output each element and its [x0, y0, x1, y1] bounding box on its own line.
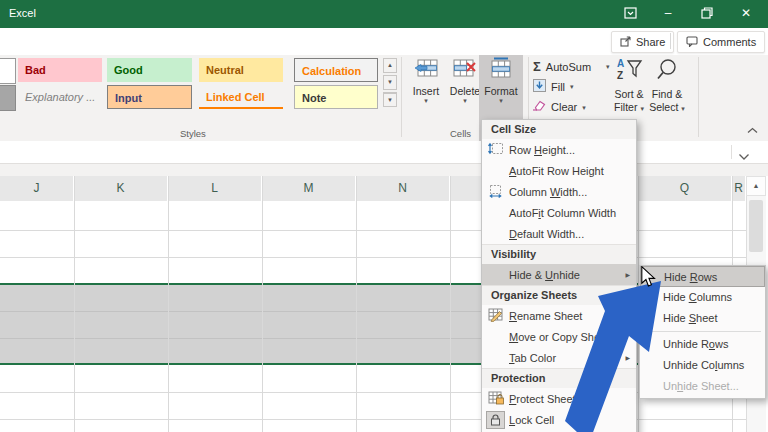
scrollbar-thumb[interactable]: [749, 200, 763, 252]
title-bar: Excel – ✕: [0, 0, 768, 28]
sort-filter-icon: A Z: [610, 57, 648, 88]
menu-item-move-copy-sheet[interactable]: Move or Copy Sheet...: [482, 326, 636, 347]
column-header-q[interactable]: Q: [638, 176, 732, 201]
hide-unhide-submenu: Hide Rows Hide Columns Hide Sheet Unhide…: [639, 265, 766, 399]
find-select-label-1: Find &: [652, 88, 682, 100]
find-select-icon: [648, 57, 686, 88]
clear-caret-icon: ▾: [582, 104, 586, 111]
autosum-sigma-icon: Σ: [533, 59, 541, 74]
share-label: Share: [636, 36, 665, 48]
menu-item-default-width[interactable]: Default Width...: [482, 223, 636, 244]
expand-formula-bar-icon[interactable]: [738, 147, 750, 165]
collapse-ribbon-icon[interactable]: [747, 120, 758, 138]
scroll-up-button[interactable]: ▲: [746, 176, 766, 196]
restore-button[interactable]: [697, 7, 717, 23]
gridline: [450, 176, 451, 432]
menu-item-lock-cell[interactable]: Lock Cell: [482, 409, 636, 430]
gridline: [168, 176, 169, 432]
submenu-item-unhide-rows[interactable]: Unhide Rows: [640, 334, 765, 355]
gallery-more-button[interactable]: ▼: [383, 92, 397, 107]
menu-item-column-width[interactable]: Column Width...: [482, 181, 636, 202]
menu-item-rename-sheet[interactable]: Rename Sheet: [482, 305, 636, 326]
style-note[interactable]: Note: [294, 85, 378, 109]
style-bad[interactable]: Bad: [18, 58, 102, 82]
rename-sheet-icon: [482, 308, 509, 324]
fill-caret-icon: ▾: [570, 83, 574, 90]
insert-cells-icon: [414, 64, 438, 81]
close-button[interactable]: ✕: [736, 6, 756, 22]
delete-cells-icon: [453, 64, 477, 81]
fill-button[interactable]: Fill ▾: [533, 79, 574, 94]
share-icon: [620, 36, 631, 49]
ribbon-display-options-icon[interactable]: [620, 7, 640, 23]
window-title: Excel: [9, 7, 36, 19]
group-divider: [698, 57, 699, 137]
comments-icon: [686, 36, 698, 49]
sort-filter-label-1: Sort &: [614, 88, 643, 100]
find-select-button[interactable]: Find & Select ▾: [648, 57, 686, 114]
column-header-n[interactable]: N: [356, 176, 450, 201]
fill-icon: [533, 78, 546, 96]
gallery-scroll-up-button[interactable]: ▲: [383, 58, 397, 73]
menu-item-protect-sheet[interactable]: Protect Sheet...: [482, 388, 636, 409]
menu-item-hide-unhide[interactable]: Hide & Unhide ▶: [482, 264, 636, 285]
formula-bar[interactable]: [0, 141, 768, 164]
style-calculation[interactable]: Calculation: [294, 58, 378, 82]
style-neutral[interactable]: Neutral: [199, 58, 283, 82]
fill-label: Fill: [551, 81, 565, 93]
menu-item-autofit-row-height[interactable]: AutoFit Row Height: [482, 160, 636, 181]
submenu-item-hide-columns[interactable]: Hide Columns: [640, 287, 765, 308]
submenu-item-unhide-sheet: Unhide Sheet...: [640, 376, 765, 397]
sort-filter-caret-icon: ▾: [640, 105, 644, 112]
insert-label: Insert: [407, 85, 445, 97]
clear-eraser-icon: [531, 98, 546, 116]
insert-button[interactable]: Insert ▾: [407, 57, 445, 137]
gallery-scroll-down-button[interactable]: ▼: [383, 75, 397, 90]
excel-window: Excel – ✕ Share Comments Bad: [0, 0, 768, 432]
svg-text:Z: Z: [617, 70, 623, 81]
comments-button[interactable]: Comments: [677, 31, 765, 53]
column-header-m[interactable]: M: [262, 176, 356, 201]
style-swatch-partial-gray[interactable]: [0, 85, 16, 111]
column-header-k[interactable]: K: [74, 176, 168, 201]
gallery-more-icon: ▼: [387, 97, 393, 103]
style-linked-cell[interactable]: Linked Cell: [199, 85, 283, 109]
gridline: [74, 176, 75, 432]
ribbon-grid-gap: [0, 164, 768, 176]
autosum-button[interactable]: Σ AutoSum ▾: [533, 59, 610, 74]
minimize-button[interactable]: –: [658, 6, 678, 22]
sort-filter-button[interactable]: A Z Sort & Filter ▾: [610, 57, 648, 114]
gridline: [262, 176, 263, 432]
submenu-item-hide-rows[interactable]: Hide Rows: [640, 266, 765, 287]
ribbon: Bad Good Neutral Calculation Explanatory…: [0, 55, 768, 142]
menu-item-row-height[interactable]: Row Height...: [482, 139, 636, 160]
submenu-arrow-icon: ▶: [625, 271, 630, 278]
menu-section-organize-sheets: Organize Sheets: [482, 285, 636, 305]
format-caret-icon: ▾: [482, 97, 520, 104]
submenu-item-hide-sheet[interactable]: Hide Sheet: [640, 308, 765, 329]
menu-item-tab-color[interactable]: Tab Color ▶: [482, 347, 636, 368]
column-header-j[interactable]: J: [0, 176, 74, 201]
sort-filter-label-2: Filter: [614, 101, 637, 113]
protect-sheet-icon: [482, 391, 509, 407]
column-header-l[interactable]: L: [168, 176, 262, 201]
styles-group-label: Styles: [180, 128, 206, 139]
menu-item-autofit-column-width[interactable]: AutoFit Column Width: [482, 202, 636, 223]
style-swatch-partial-white[interactable]: [0, 58, 16, 84]
menu-section-visibility: Visibility: [482, 244, 636, 264]
ribbon-top-strip: Share Comments: [0, 28, 768, 55]
submenu-item-unhide-columns[interactable]: Unhide Columns: [640, 355, 765, 376]
column-header-r[interactable]: R: [732, 176, 746, 201]
style-good[interactable]: Good: [107, 58, 192, 82]
down-triangle-icon: ▼: [387, 79, 393, 85]
menu-section-cell-size: Cell Size: [482, 120, 636, 139]
svg-text:A: A: [617, 58, 624, 69]
format-label: Format: [482, 85, 520, 97]
clear-button[interactable]: Clear ▾: [531, 99, 586, 115]
style-input[interactable]: Input: [107, 85, 192, 109]
row-height-icon: [482, 141, 509, 158]
share-button[interactable]: Share: [611, 31, 674, 53]
column-width-icon: [482, 183, 509, 200]
submenu-arrow-icon: ▶: [625, 354, 630, 361]
style-explanatory[interactable]: Explanatory ...: [18, 85, 104, 109]
